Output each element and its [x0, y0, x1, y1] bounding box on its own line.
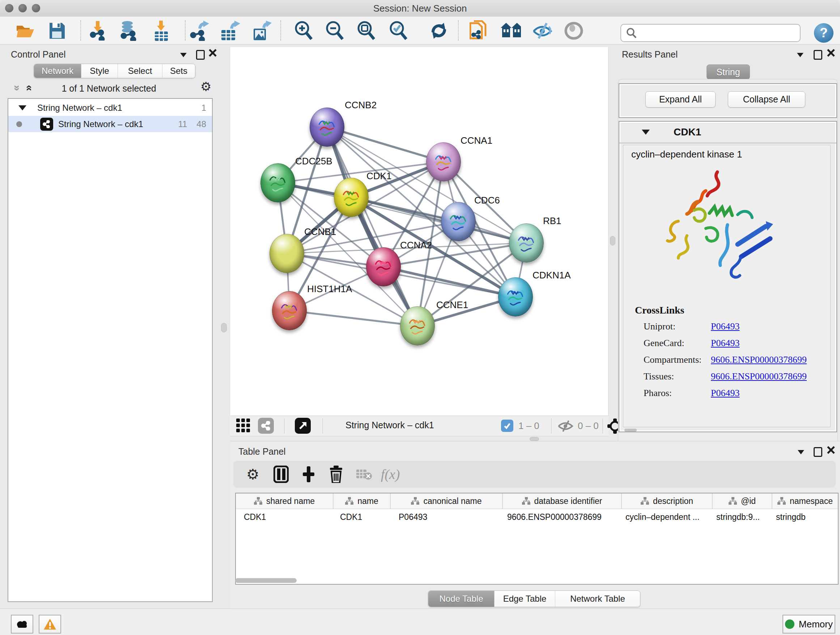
expand-all-button[interactable]: Expand All — [645, 91, 715, 108]
network-node-ccna2[interactable] — [366, 247, 401, 287]
table-cell[interactable]: stringdb:9... — [716, 512, 771, 522]
search-field[interactable] — [621, 24, 801, 42]
tab-sets[interactable]: Sets — [162, 64, 195, 78]
network-node-cdkn1a[interactable] — [498, 277, 533, 317]
delete-table-icon[interactable] — [355, 465, 374, 484]
import-table-from-file-icon[interactable] — [151, 21, 172, 41]
import-network-from-database-icon[interactable] — [118, 21, 139, 41]
crosslink-value-link[interactable]: P06493 — [711, 338, 739, 348]
crosslink-value-link[interactable]: P06493 — [711, 321, 739, 332]
column-header[interactable]: database identifier — [503, 494, 622, 509]
network-node-ccnb2[interactable] — [309, 108, 344, 147]
table-panel-dock-icon[interactable] — [813, 447, 822, 458]
import-network-from-clipboard-icon[interactable] — [469, 21, 489, 41]
network-node-cdc6[interactable] — [441, 202, 476, 241]
column-header[interactable]: canonical name — [391, 494, 503, 509]
control-panel-dock-icon[interactable] — [196, 50, 205, 61]
zoom-out-icon[interactable] — [325, 21, 345, 41]
column-header[interactable]: name — [333, 494, 391, 509]
column-header[interactable]: description — [622, 494, 713, 509]
network-node-ccne1[interactable] — [400, 306, 435, 345]
right-splitter-handle[interactable] — [610, 236, 615, 245]
left-splitter-handle[interactable] — [221, 323, 227, 333]
birdseye-grid-icon[interactable] — [236, 418, 251, 434]
warning-button[interactable] — [39, 615, 61, 633]
zoom-fit-icon[interactable] — [356, 21, 377, 41]
table-panel-float-icon[interactable] — [798, 449, 804, 456]
table-cell[interactable]: P06493 — [399, 512, 500, 522]
show-columns-icon[interactable] — [272, 465, 291, 484]
export-network-icon[interactable] — [189, 21, 210, 41]
network-overview-icon[interactable] — [258, 418, 274, 434]
tab-string[interactable]: String — [706, 65, 750, 80]
import-network-from-file-icon[interactable] — [88, 21, 108, 41]
open-session-icon[interactable] — [15, 21, 35, 41]
control-panel-close-icon[interactable] — [208, 49, 217, 59]
show-graphics-details-icon[interactable] — [564, 21, 584, 41]
control-panel-float-icon[interactable] — [180, 52, 187, 59]
protein-thumbnail — [265, 169, 290, 196]
crosslink-value-link[interactable]: 9606.ENSP00000378699 — [711, 355, 807, 365]
table-cell[interactable]: cyclin–dependent ... — [625, 512, 712, 522]
memory-button[interactable]: Memory — [783, 615, 835, 633]
table-cell[interactable]: CDK1 — [244, 512, 331, 522]
export-image-icon[interactable] — [252, 21, 272, 41]
delete-column-trash-icon[interactable] — [327, 465, 346, 484]
create-column-plus-icon[interactable] — [299, 465, 318, 484]
refresh-view-icon[interactable] — [429, 21, 449, 41]
node-table[interactable]: shared name name canonical name database… — [235, 493, 838, 585]
network-node-ccna1[interactable] — [426, 142, 461, 181]
string-home-icon[interactable] — [501, 21, 521, 41]
network-edge[interactable] — [289, 310, 417, 326]
function-builder-icon[interactable]: f(x) — [381, 465, 400, 484]
tree-expander-icon[interactable] — [19, 105, 27, 111]
column-header[interactable]: namespace — [772, 494, 838, 509]
network-edge[interactable] — [327, 127, 417, 326]
network-node-rb1[interactable] — [509, 223, 544, 263]
crosslink-value-link[interactable]: P06493 — [711, 388, 739, 399]
save-session-icon[interactable] — [47, 21, 67, 41]
network-node-cdk1[interactable] — [334, 178, 369, 217]
network-node-cdc25b[interactable] — [261, 163, 295, 203]
search-input[interactable] — [641, 27, 800, 38]
crosslink-value-link[interactable]: 9606.ENSP00000378699 — [711, 371, 807, 382]
network-collection-row[interactable]: String Network – cdk1 1 — [8, 100, 212, 116]
table-cell[interactable]: stringdb — [776, 512, 836, 522]
tab-style[interactable]: Style — [81, 64, 118, 78]
zoom-selected-icon[interactable] — [388, 21, 409, 41]
zoom-in-icon[interactable] — [294, 21, 314, 41]
export-table-icon[interactable] — [220, 21, 240, 41]
hidden-eye-slash-icon[interactable] — [557, 420, 573, 433]
tab-network-table[interactable]: Network Table — [555, 591, 640, 607]
selected-nodes-checkbox[interactable] — [501, 420, 513, 432]
protein-entry-header[interactable]: CDK1 — [619, 122, 836, 143]
open-in-new-window-icon[interactable] — [295, 418, 311, 434]
column-header[interactable]: shared name — [236, 494, 333, 509]
network-node-ccnb1[interactable] — [270, 234, 304, 273]
network-edge[interactable] — [327, 127, 444, 162]
network-canvas[interactable]: CCNB2CCNA1CDC25BCDK1CDC6RB1CCNB1CCNA2CDK… — [230, 47, 608, 416]
tab-node-table[interactable]: Node Table — [428, 591, 494, 607]
column-header[interactable]: @id — [713, 494, 772, 509]
table-panel-close-icon[interactable] — [827, 446, 835, 456]
cloud-button[interactable] — [11, 615, 33, 633]
tab-edge-table[interactable]: Edge Table — [494, 591, 555, 607]
results-panel-close-icon[interactable] — [827, 49, 835, 59]
results-hscrollbar[interactable] — [624, 429, 637, 432]
help-button[interactable]: ? — [814, 23, 834, 43]
collapse-all-button[interactable]: Collapse All — [728, 91, 805, 108]
hide-panels-eye-slash-icon[interactable] — [532, 21, 553, 41]
network-node-hist1h1a[interactable] — [272, 291, 307, 330]
table-settings-gear-icon[interactable]: ⚙ — [243, 465, 262, 484]
table-cell[interactable]: CDK1 — [340, 512, 389, 522]
entry-expander-icon[interactable] — [642, 130, 650, 135]
horizontal-splitter-handle[interactable] — [530, 437, 539, 441]
network-row[interactable]: String Network – cdk1 11 48 — [8, 116, 212, 132]
table-cell[interactable]: 9606.ENSP00000378699 — [507, 512, 621, 522]
results-panel-float-icon[interactable] — [797, 52, 804, 59]
tab-network[interactable]: Network — [34, 64, 81, 78]
network-options-gear-icon[interactable]: ⚙ — [201, 80, 211, 93]
table-hscrollbar[interactable] — [235, 578, 297, 583]
tab-select[interactable]: Select — [118, 64, 162, 78]
results-panel-dock-icon[interactable] — [813, 50, 822, 61]
